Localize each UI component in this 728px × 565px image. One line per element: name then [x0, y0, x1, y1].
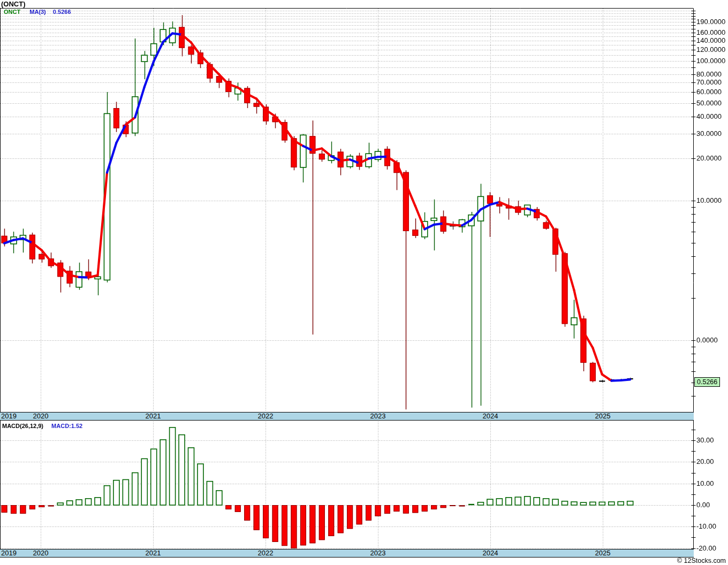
price-axis-label: 120.0000 [696, 45, 725, 54]
watermark: © 12Stocks.com [677, 557, 726, 564]
legend-symbol: ONCT [4, 9, 20, 15]
legend-ma-value: 0.5266 [53, 9, 71, 15]
price-axis-label: 100.0000 [696, 57, 725, 65]
price-axis-label: 80.0000 [696, 70, 722, 79]
stock-chart-canvas [0, 0, 728, 565]
year-label-2020: 2020 [33, 413, 49, 420]
year-label-2019: 2019 [1, 549, 17, 557]
macd-axis-label: -10.00 [696, 522, 716, 531]
macd-value-label: MACD:1.52 [51, 423, 82, 429]
year-label-2023: 2023 [370, 413, 386, 420]
year-label-2025: 2025 [595, 413, 611, 420]
price-axis-label: 60.0000 [696, 88, 722, 96]
year-label-2025: 2025 [595, 549, 611, 557]
year-label-2023: 2023 [370, 549, 386, 557]
price-axis-label: 160.0000 [696, 28, 725, 37]
last-price-tag: 0.5266 [694, 377, 720, 387]
price-axis-label: 40.0000 [696, 112, 722, 121]
year-label-2022: 2022 [258, 413, 274, 420]
macd-legend: MACD(26,12,9) MACD:1.52 [2, 423, 82, 429]
price-axis-label: 140.0000 [696, 36, 725, 45]
price-axis-label: 20.0000 [696, 154, 722, 163]
price-chart-legend: ONCT MA(3) 0.5266 [4, 9, 71, 15]
macd-axis-label: -20.00 [696, 544, 716, 553]
year-label-2021: 2021 [146, 549, 161, 557]
macd-axis-label: 20.00 [696, 457, 714, 466]
year-label-2019: 2019 [1, 413, 17, 420]
chart-root: { "header": { "title": "(ONCT)" }, "lege… [0, 0, 728, 565]
price-axis-label: 70.0000 [696, 78, 722, 87]
price-axis-label: 30.0000 [696, 129, 722, 138]
year-label-2022: 2022 [258, 549, 274, 557]
year-label-2020: 2020 [33, 549, 49, 557]
page-title: (ONCT) [1, 0, 26, 8]
year-label-2021: 2021 [146, 413, 161, 420]
macd-axis-label: 10.00 [696, 479, 714, 488]
price-axis-label: 190.0000 [696, 18, 725, 26]
x-axis-band-macd: 2019202020212022202320242025 [0, 549, 694, 558]
macd-axis-label: 30.00 [696, 436, 714, 445]
year-label-2024: 2024 [483, 549, 498, 557]
price-axis-label: 50.0000 [696, 99, 722, 108]
year-label-2024: 2024 [483, 413, 498, 420]
price-axis-label: 0.0000 [696, 336, 718, 345]
legend-ma-label: MA(3) [29, 9, 46, 15]
macd-params-label: MACD(26,12,9) [2, 423, 43, 429]
x-axis-band-main: 2019202020212022202320242025 [0, 412, 694, 421]
macd-axis-label: 0.00 [696, 501, 710, 509]
price-axis-label: 10.0000 [696, 196, 722, 205]
